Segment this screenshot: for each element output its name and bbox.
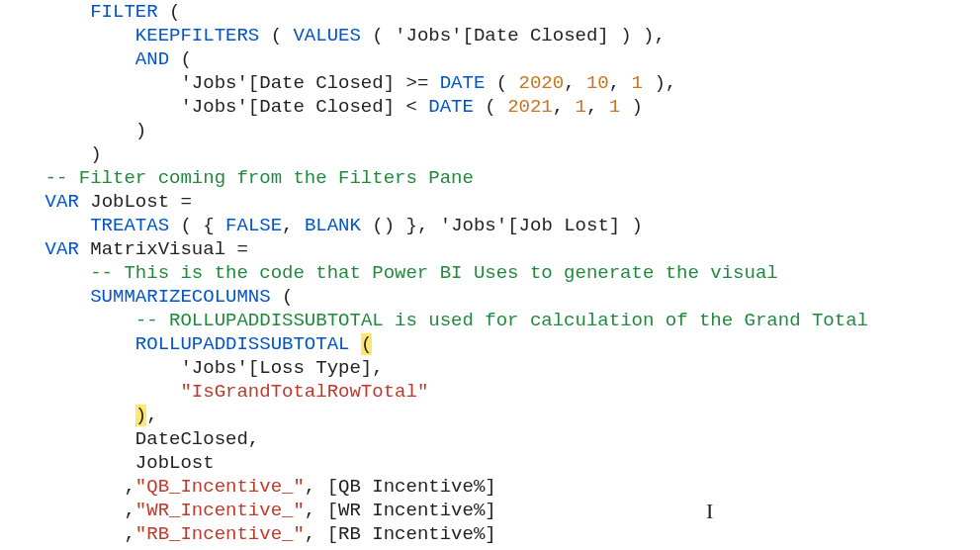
kw-treatas: TREATAS	[90, 215, 169, 236]
str-wr: "WR_Incentive_"	[135, 500, 305, 521]
col-loss-type: 'Jobs'[Loss Type]	[180, 357, 372, 379]
col-job-lost: 'Jobs'[Job Lost]	[440, 215, 620, 236]
str-isgrandtotal: "IsGrandTotalRowTotal"	[180, 381, 428, 403]
num-10: 10	[586, 72, 609, 94]
str-rb: "RB_Incentive_"	[135, 523, 305, 545]
kw-values: VALUES	[293, 25, 360, 46]
comment-powerbi: -- This is the code that Power BI Uses t…	[90, 262, 778, 284]
dax-code-block: FILTER ( KEEPFILTERS ( VALUES ( 'Jobs'[D…	[0, 0, 980, 550]
num-2021: 2021	[507, 96, 553, 118]
col-date-closed: 'Jobs'[Date Closed]	[180, 96, 395, 118]
kw-var: VAR	[45, 191, 79, 213]
id-joblost: JobLost	[135, 452, 215, 474]
meas-qb: [QB Incentive%]	[327, 476, 496, 498]
var-matrixvisual: MatrixVisual	[90, 238, 225, 260]
num-1: 1	[576, 96, 586, 118]
comment-rollup-prefix: --	[135, 310, 169, 331]
col-date-closed: 'Jobs'[Date Closed]	[180, 72, 395, 94]
kw-keepfilters: KEEPFILTERS	[135, 25, 259, 46]
paren-open: (	[169, 1, 180, 23]
text-cursor-icon: I	[706, 500, 713, 523]
comment-rollup-suffix: is used for calculation of the Grand Tot…	[384, 310, 868, 331]
meas-wr: [WR Incentive%]	[327, 500, 496, 521]
bracket-highlight-close: )	[135, 405, 146, 426]
kw-filter: FILTER	[90, 1, 157, 23]
kw-date: DATE	[428, 96, 474, 118]
meas-rb: [RB Incentive%]	[327, 523, 496, 545]
kw-and: AND	[135, 48, 169, 70]
col-date-closed: 'Jobs'[Date Closed]	[395, 25, 609, 46]
kw-date: DATE	[440, 72, 486, 94]
comment-filters-pane: -- Filter coming from the Filters Pane	[45, 167, 474, 189]
kw-blank: BLANK	[305, 215, 361, 236]
num-1: 1	[609, 96, 620, 118]
num-2020: 2020	[519, 72, 565, 94]
kw-var: VAR	[45, 238, 79, 260]
bracket-highlight-open: (	[361, 333, 372, 355]
kw-summarizecolumns: SUMMARIZECOLUMNS	[90, 286, 270, 308]
comment-rollup-fn: ROLLUPADDISSUBTOTAL	[169, 310, 384, 331]
str-qb: "QB_Incentive_"	[135, 476, 305, 498]
num-1: 1	[632, 72, 643, 94]
kw-rollupaddissubtotal: ROLLUPADDISSUBTOTAL	[135, 333, 350, 355]
var-joblost: JobLost	[90, 191, 169, 213]
id-dateclosed: DateClosed	[135, 428, 248, 450]
kw-false: FALSE	[225, 215, 282, 236]
